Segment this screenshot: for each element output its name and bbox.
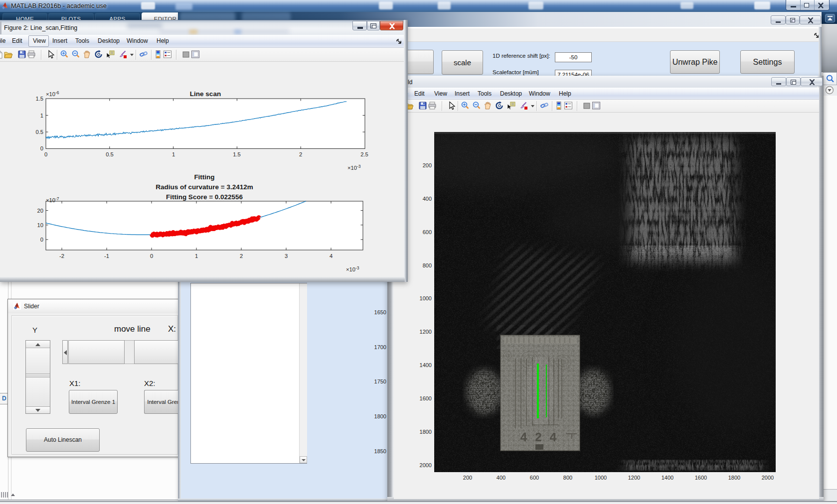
svg-text:424: 424 (520, 431, 557, 445)
